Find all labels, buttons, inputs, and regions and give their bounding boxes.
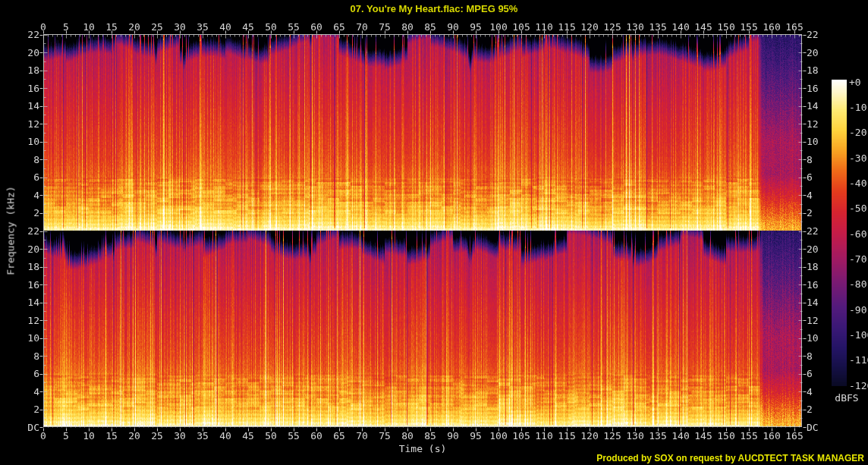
page-title: 07. You're My Heart.flac: MPEG 95%	[0, 3, 868, 14]
y-axis-title: Frequency (kHz)	[5, 186, 17, 275]
spectrogram-canvas	[0, 0, 868, 465]
x-axis-title: Time (s)	[347, 443, 498, 454]
credit-text: Produced by SOX on request by AUCDTECT T…	[596, 453, 864, 463]
spectrogram-viewer: 07. You're My Heart.flac: MPEG 95% Time …	[0, 0, 868, 465]
legend-unit-label: dBFS	[833, 392, 860, 404]
